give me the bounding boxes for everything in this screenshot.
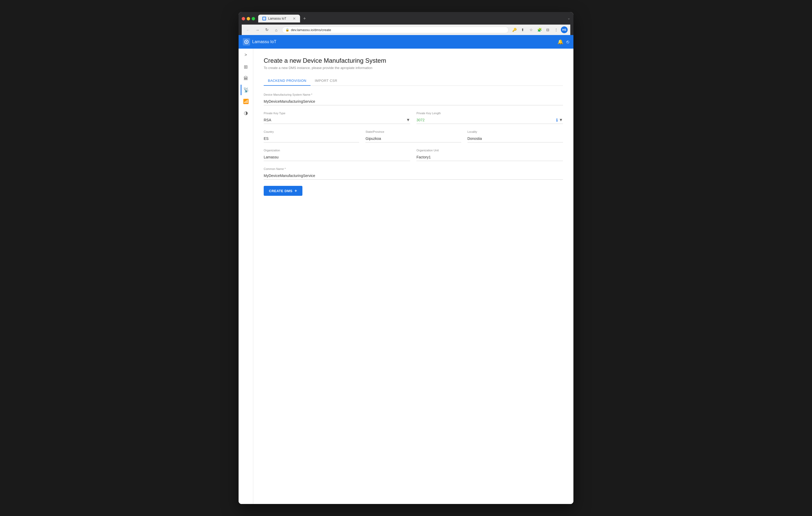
country-label: Country (264, 130, 359, 133)
tab-import-csr[interactable]: IMPORT CSR (311, 76, 341, 86)
dms-name-field: Device Manufacturing System Name * (264, 93, 563, 105)
svg-rect-0 (263, 17, 265, 20)
country-field: Country (264, 130, 359, 143)
form-tabs: BACKEND PROVISION IMPORT CSR (264, 76, 563, 86)
logout-button[interactable]: ⎋ (567, 39, 569, 45)
key-length-dropdown-icon[interactable]: ▼ (559, 118, 563, 122)
org-unit-input[interactable] (416, 153, 563, 161)
private-key-length-value: 3072 (416, 116, 556, 124)
state-label: State/Province (366, 130, 461, 133)
app: Lamassu IoT 🔔 ⎋ > ⊞ 🏛 📡 (239, 35, 573, 504)
share-icon[interactable]: ⬆ (519, 26, 526, 33)
nav-actions: 🔑 ⬆ ☆ 🧩 ⊟ ⋮ HS (511, 26, 568, 33)
sidebar-toggle[interactable]: > (242, 51, 250, 59)
sidebar: > ⊞ 🏛 📡 📶 ◑ (239, 49, 253, 504)
more-menu-icon[interactable]: ⋮ (552, 26, 560, 33)
key-length-controls: ℹ ▼ (556, 118, 563, 123)
dms-name-input[interactable] (264, 98, 563, 105)
submit-section: CREATE DMS + (264, 186, 563, 196)
notification-button[interactable]: 🔔 (557, 39, 563, 45)
profile-button[interactable]: HS (561, 26, 568, 33)
org-unit-field: Organization Unit (416, 149, 563, 161)
reload-button[interactable]: ↻ (263, 26, 270, 33)
info-icon[interactable]: ℹ (556, 118, 558, 123)
state-field: State/Province (366, 130, 461, 143)
forward-button[interactable]: → (254, 26, 261, 33)
home-button[interactable]: ⌂ (272, 26, 280, 33)
private-key-type-field: Private Key Type RSA ECDSA ▼ (264, 112, 410, 124)
organization-input[interactable] (264, 153, 410, 161)
common-name-label: Common Name * (264, 167, 563, 171)
dms-icon: 🏛 (243, 76, 248, 81)
private-key-length-field: Private Key Length 3072 ℹ ▼ (416, 112, 563, 124)
state-input[interactable] (366, 135, 461, 143)
browser-chrome: Lamassu IoT ✕ + ⌄ ← → ↻ ⌂ 🔒 dev.lamassu.… (239, 12, 573, 35)
common-name-row: Common Name * (264, 167, 563, 180)
private-key-type-select-wrap: RSA ECDSA ▼ (264, 116, 410, 124)
url-text: dev.lamassu.io/dms/create (291, 28, 331, 32)
select-arrow-icon: ▼ (406, 118, 410, 122)
dms-name-row: Device Manufacturing System Name * (264, 93, 563, 105)
organization-label: Organization (264, 149, 410, 152)
tab-close-button[interactable]: ✕ (293, 17, 296, 21)
create-dms-button[interactable]: CREATE DMS + (264, 186, 302, 196)
private-key-type-select[interactable]: RSA ECDSA (264, 116, 406, 124)
app-body: > ⊞ 🏛 📡 📶 ◑ Create (239, 49, 573, 504)
country-input[interactable] (264, 135, 359, 143)
tab-favicon (262, 17, 266, 20)
sidebar-item-dms[interactable]: 🏛 (241, 73, 251, 84)
private-key-type-label: Private Key Type (264, 112, 410, 115)
create-dms-label: CREATE DMS (269, 189, 292, 193)
close-button[interactable] (242, 17, 245, 20)
window-controls: ⌄ (568, 16, 570, 21)
sidebar-item-ca[interactable]: 📶 (241, 96, 251, 107)
title-bar: Lamassu IoT ✕ + ⌄ (242, 14, 570, 23)
locality-field: Locality (467, 130, 563, 143)
browser-tab-active[interactable]: Lamassu IoT ✕ (258, 14, 300, 23)
browser-window: Lamassu IoT ✕ + ⌄ ← → ↻ ⌂ 🔒 dev.lamassu.… (239, 12, 573, 504)
sidebar-item-theme[interactable]: ◑ (241, 108, 251, 118)
org-row: Organization Organization Unit (264, 149, 563, 161)
page-subtitle: To create a new DMS instance, please pro… (264, 66, 563, 70)
lock-icon: 🔒 (285, 28, 289, 32)
bookmark-icon[interactable]: ☆ (527, 26, 535, 33)
logo-icon (243, 38, 250, 45)
common-name-input[interactable] (264, 172, 563, 180)
create-dms-icon: + (295, 188, 297, 193)
back-button[interactable]: ← (244, 26, 252, 33)
minimize-button[interactable] (247, 17, 250, 20)
tab-backend-provision[interactable]: BACKEND PROVISION (264, 76, 311, 86)
dashboard-icon: ⊞ (244, 64, 248, 70)
sidebar-item-dashboard[interactable]: ⊞ (241, 62, 251, 72)
dms-name-label: Device Manufacturing System Name * (264, 93, 563, 96)
main-content: Create a new Device Manufacturing System… (253, 49, 573, 504)
private-key-length-label: Private Key Length (416, 112, 563, 115)
header-actions: 🔔 ⎋ (557, 39, 569, 45)
ca-icon: 📶 (243, 98, 249, 104)
extensions-icon[interactable]: 🧩 (536, 26, 543, 33)
app-logo: Lamassu IoT (243, 38, 276, 45)
location-row: Country State/Province Locality (264, 130, 563, 143)
new-tab-button[interactable]: + (301, 15, 308, 23)
common-name-field: Common Name * (264, 167, 563, 180)
app-title: Lamassu IoT (252, 39, 276, 44)
private-key-length-wrap: 3072 ℹ ▼ (416, 116, 563, 124)
navigation-bar: ← → ↻ ⌂ 🔒 dev.lamassu.io/dms/create 🔑 ⬆ … (242, 25, 570, 35)
devices-icon: 📡 (243, 87, 249, 93)
maximize-button[interactable] (252, 17, 255, 20)
org-unit-label: Organization Unit (416, 149, 563, 152)
page-title: Create a new Device Manufacturing System (264, 57, 563, 64)
tabs-bar: Lamassu IoT ✕ + (258, 14, 568, 23)
sidebar-item-devices[interactable]: 📡 (241, 85, 251, 95)
sidebar-toggle-icon[interactable]: ⊟ (544, 26, 551, 33)
address-bar[interactable]: 🔒 dev.lamassu.io/dms/create (282, 27, 509, 33)
key-icon[interactable]: 🔑 (511, 26, 518, 33)
locality-input[interactable] (467, 135, 563, 143)
private-key-row: Private Key Type RSA ECDSA ▼ Private Key… (264, 112, 563, 124)
locality-label: Locality (467, 130, 563, 133)
theme-icon: ◑ (244, 110, 248, 116)
form-section: Device Manufacturing System Name * Priva… (264, 93, 563, 196)
tab-title: Lamassu IoT (268, 17, 286, 20)
traffic-lights (242, 17, 255, 20)
app-header: Lamassu IoT 🔔 ⎋ (239, 35, 573, 49)
